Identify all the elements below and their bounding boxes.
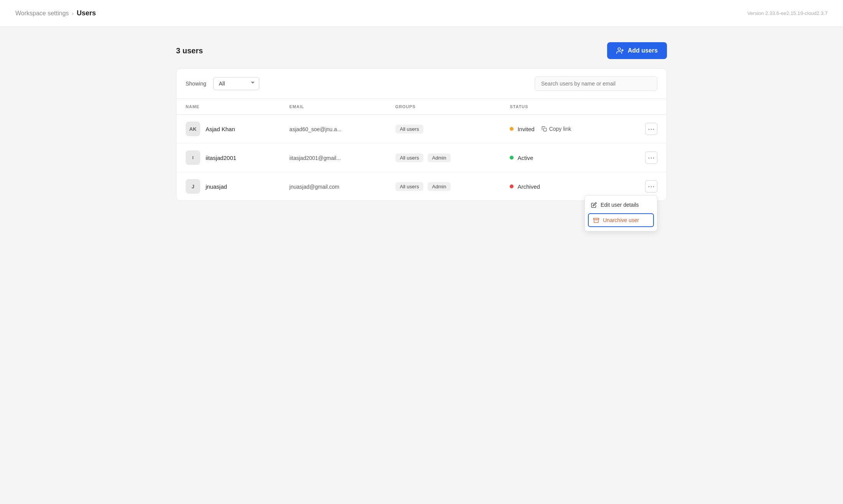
table-toolbar: Showing All Active Invited Archived (176, 69, 667, 99)
copy-link-label: Copy link (549, 126, 571, 132)
header: Workspace settings › Users Version 2.33.… (0, 0, 843, 27)
user-groups-cell: All users Admin (386, 143, 501, 172)
edit-user-label: Edit user details (601, 202, 639, 208)
avatar: I (186, 150, 200, 165)
status-label: Invited (517, 126, 534, 132)
user-name: jnuasjad (206, 183, 227, 190)
breadcrumb: Workspace settings › Users (15, 9, 96, 17)
copy-link-button[interactable]: Copy link (542, 126, 571, 132)
chevron-icon: › (72, 10, 74, 16)
search-input[interactable] (535, 76, 657, 91)
user-groups-cell: All users Admin (386, 172, 501, 201)
user-status-cell: Invited Copy link (501, 115, 620, 143)
col-name: NAME (176, 99, 280, 115)
top-bar: 3 users Add users (176, 42, 667, 59)
unarchive-user-label: Unarchive user (603, 217, 639, 223)
add-users-button[interactable]: Add users (607, 42, 667, 59)
unarchive-user-item[interactable]: Unarchive user (588, 213, 654, 227)
edit-icon (591, 202, 597, 208)
copy-link-icon (542, 126, 547, 132)
row-actions-cell: ⋯ (621, 115, 667, 143)
user-email-cell: asjad60_soe@jnu.a... (280, 115, 386, 143)
add-users-label: Add users (628, 47, 658, 54)
table-header-row: NAME EMAIL GROUPS STATUS (176, 99, 667, 115)
unarchive-icon (593, 217, 599, 223)
table-row: AK Asjad Khan asjad60_soe@jnu.a... All u… (176, 115, 667, 143)
user-name-cell: J jnuasjad (176, 172, 280, 201)
user-email: jnuasjad@gmail.com (290, 184, 339, 190)
user-name: Asjad Khan (206, 126, 235, 132)
group-tag: All users (395, 153, 424, 162)
more-options-button[interactable]: ⋯ (645, 180, 657, 193)
table-row: J jnuasjad jnuasjad@gmail.com All users … (176, 172, 667, 201)
table-row: I iitasjad2001 iitasjad2001@gmail... All… (176, 143, 667, 172)
main-content: 3 users Add users Showing All Active Inv… (153, 27, 690, 216)
user-name-cell: AK Asjad Khan (176, 115, 280, 143)
user-groups-cell: All users (386, 115, 501, 143)
version-label: Version 2.33.6-ee2.15.19-cloud2.3.7 (747, 10, 828, 16)
breadcrumb-parent[interactable]: Workspace settings (15, 10, 69, 17)
row-actions-cell: ⋯ (621, 143, 667, 172)
col-groups: GROUPS (386, 99, 501, 115)
status-dot-invited (510, 127, 514, 131)
status-label: Active (517, 155, 533, 161)
actions-dropdown: Edit user details Unarchive user (585, 195, 657, 231)
table-container: Showing All Active Invited Archived NAME… (176, 68, 667, 201)
user-email: asjad60_soe@jnu.a... (290, 126, 342, 132)
users-table: NAME EMAIL GROUPS STATUS AK Asjad Khan (176, 99, 667, 201)
user-name-cell: I iitasjad2001 (176, 143, 280, 172)
user-email-cell: jnuasjad@gmail.com (280, 172, 386, 201)
col-email: EMAIL (280, 99, 386, 115)
status-dot-active (510, 156, 514, 160)
user-name: iitasjad2001 (206, 155, 236, 161)
col-status: STATUS (501, 99, 667, 115)
filter-select-wrapper: All Active Invited Archived (213, 77, 259, 90)
users-count: 3 users (176, 46, 203, 55)
svg-point-0 (618, 48, 621, 51)
avatar: J (186, 179, 200, 194)
avatar: AK (186, 122, 200, 136)
row-actions-cell: ⋯ Edit user details (621, 172, 667, 201)
user-email: iitasjad2001@gmail... (290, 155, 341, 161)
breadcrumb-current: Users (77, 9, 96, 17)
more-options-button[interactable]: ⋯ (645, 152, 657, 164)
group-tag-admin: Admin (428, 153, 451, 162)
group-tag-admin: Admin (428, 182, 451, 191)
status-label: Archived (517, 183, 540, 190)
add-users-icon (616, 47, 624, 54)
user-email-cell: iitasjad2001@gmail... (280, 143, 386, 172)
svg-rect-4 (594, 218, 599, 219)
user-status-cell: Active (501, 143, 620, 172)
edit-user-item[interactable]: Edit user details (585, 198, 657, 212)
status-dot-archived (510, 184, 514, 188)
filter-select[interactable]: All Active Invited Archived (213, 77, 259, 90)
group-tag: All users (395, 182, 424, 191)
group-tag: All users (395, 125, 424, 133)
more-options-button[interactable]: ⋯ (645, 123, 657, 135)
svg-rect-3 (543, 128, 547, 131)
showing-group: Showing All Active Invited Archived (186, 77, 259, 90)
showing-label: Showing (186, 81, 206, 87)
